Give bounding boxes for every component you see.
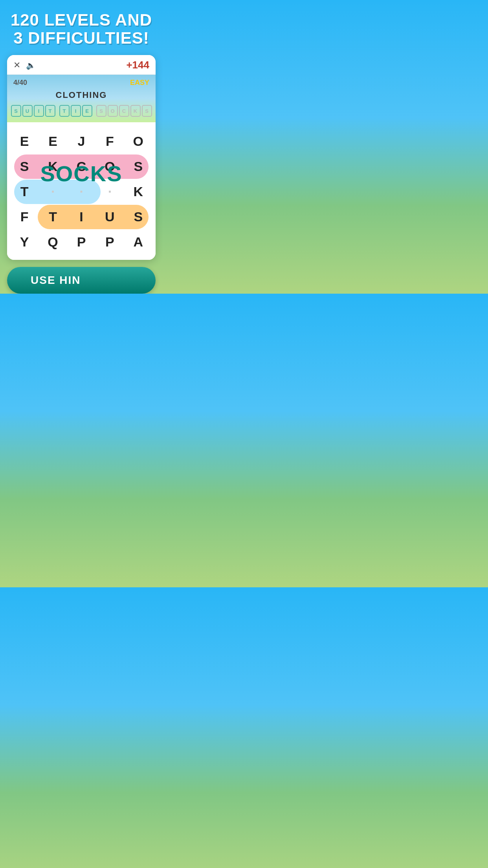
grid-cell[interactable]: T (39, 205, 66, 228)
grid-cell[interactable]: K (39, 154, 66, 178)
game-panel: ✕ 🔈 +144 4/40 EASY CLOTHING S U I T T I (7, 55, 156, 260)
title-line2: 3 DIFFICULTIES! (13, 29, 149, 47)
grid-cell[interactable]: Y (11, 230, 38, 254)
word-slot-suit: S U I T (11, 105, 55, 117)
grid-cell[interactable]: J (68, 129, 95, 153)
bar-icons: ✕ 🔈 (13, 60, 36, 70)
main-title: 120 LEVELS AND 3 DIFFICULTIES! (8, 11, 155, 47)
close-icon[interactable]: ✕ (13, 60, 20, 70)
grid-cell[interactable]: E (11, 129, 38, 153)
letter-box: O (108, 105, 118, 117)
score-badge: +144 (126, 59, 149, 71)
grid-cell[interactable]: U (96, 205, 123, 228)
sky-area: 4/40 EASY CLOTHING S U I T T I E S O (7, 75, 156, 122)
word-slots: S U I T T I E S O C K S (13, 105, 149, 117)
difficulty-badge: EASY (130, 79, 149, 87)
letter-box: S (142, 105, 152, 117)
bottom-area: USE HIN (0, 260, 163, 294)
letter-box: C (119, 105, 129, 117)
letter-box: E (82, 105, 92, 117)
grid-cell[interactable]: · (96, 180, 123, 203)
hint-button[interactable]: USE HIN (7, 267, 156, 294)
top-header: 120 LEVELS AND 3 DIFFICULTIES! (0, 0, 163, 55)
word-slot-tie: T I E (59, 105, 92, 117)
grid-cell[interactable]: I (68, 205, 95, 228)
category-label: CLOTHING (13, 90, 149, 100)
grid-cell[interactable]: Q (39, 230, 66, 254)
grid-cell[interactable]: A (125, 230, 152, 254)
level-text: 4/40 (13, 79, 27, 87)
grid-cell[interactable]: O (96, 154, 123, 178)
grid-cell[interactable]: F (96, 129, 123, 153)
panel-bar: ✕ 🔈 +144 (7, 55, 156, 75)
grid-cell[interactable]: P (68, 230, 95, 254)
grid-cell[interactable]: K (125, 180, 152, 203)
letter-box: I (34, 105, 44, 117)
letter-box: K (130, 105, 141, 117)
grid-cell[interactable]: S (11, 154, 38, 178)
grid-cell[interactable]: P (96, 230, 123, 254)
grid-cell[interactable]: C (68, 154, 95, 178)
letter-box: S (11, 105, 21, 117)
sound-icon[interactable]: 🔈 (26, 61, 36, 70)
grid-cell[interactable]: T (11, 180, 38, 203)
grid-cell[interactable]: S (125, 205, 152, 228)
level-row: 4/40 EASY (13, 79, 149, 87)
grid-cell[interactable]: E (39, 129, 66, 153)
letter-box: U (22, 105, 33, 117)
letter-box: S (96, 105, 106, 117)
letter-box: T (45, 105, 55, 117)
grid-cell[interactable]: S (125, 154, 152, 178)
grid-cell[interactable]: F (11, 205, 38, 228)
grid-area: SOCKS E E J F O S K C O S T · · · K F T … (7, 122, 156, 260)
grid-cell[interactable]: · (39, 180, 66, 203)
grid-cell[interactable]: O (125, 129, 152, 153)
letter-box: T (59, 105, 70, 117)
letter-box: I (71, 105, 81, 117)
title-line1: 120 LEVELS AND (11, 11, 152, 29)
word-slot-socks: S O C K S (96, 105, 152, 117)
grid-cell[interactable]: · (68, 180, 95, 203)
letter-grid: SOCKS E E J F O S K C O S T · · · K F T … (11, 129, 152, 254)
